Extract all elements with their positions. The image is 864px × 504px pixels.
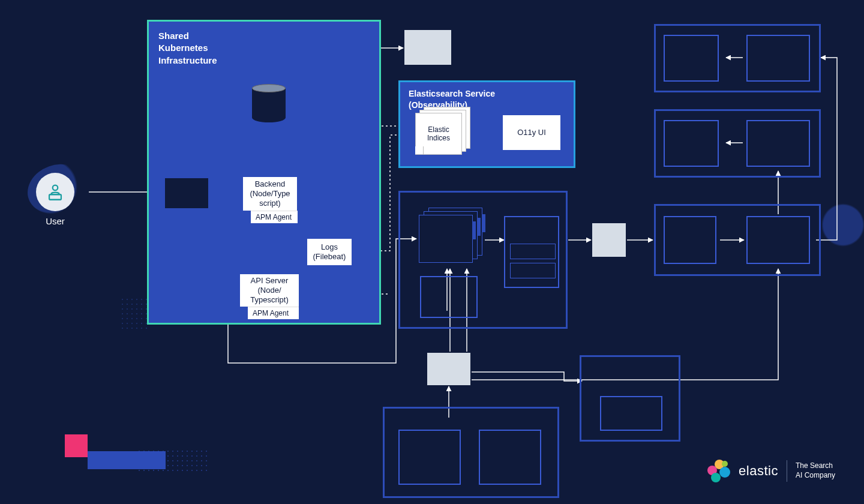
- decoration-pink-square: [65, 434, 88, 457]
- rag-left: [664, 216, 716, 264]
- source-right: [479, 430, 541, 485]
- group-top-2-right: [746, 120, 810, 167]
- crawler-placeholder: [420, 276, 478, 318]
- backend-apm-tag: APM Agent: [251, 211, 298, 223]
- group-top-2-left: [664, 120, 719, 167]
- decoration-dots: [137, 449, 209, 473]
- vector-search-placeholder: [504, 216, 559, 288]
- azure-openai: [600, 396, 662, 431]
- svg-point-15: [53, 185, 58, 191]
- logs-card: Logs (Filebeat): [307, 239, 352, 265]
- frontend-placeholder: [165, 178, 208, 208]
- user-label: User: [36, 216, 74, 226]
- elastic-logo: elastic The Search AI Company: [707, 460, 835, 482]
- backend-card: Backend (Node/Type script): [243, 177, 297, 211]
- group-top-1-left: [664, 35, 719, 82]
- elastic-logo-icon: [707, 460, 730, 482]
- user-node: User: [36, 173, 74, 226]
- api-server-card: API Server (Node/ Typescript): [240, 274, 299, 307]
- source-left: [398, 430, 461, 485]
- elastic-tagline: The Search AI Company: [796, 461, 835, 480]
- elastic-indices-label: Elastic Indices: [427, 125, 450, 142]
- database-icon: [252, 84, 286, 122]
- ingest-connector: [427, 353, 470, 385]
- o11y-ui-card: O11y UI: [503, 115, 560, 150]
- rag-right: [746, 216, 810, 264]
- group-kubernetes-title: Shared Kubernetes Infrastructure: [158, 30, 217, 67]
- api-apm-tag: APM Agent: [248, 307, 299, 319]
- external-service-top: [404, 30, 451, 65]
- user-icon: [36, 173, 74, 211]
- group-top-1-right: [746, 35, 810, 82]
- svg-rect-16: [49, 194, 61, 200]
- elastic-logo-text: elastic: [739, 463, 778, 479]
- llm-gateway: [592, 223, 626, 257]
